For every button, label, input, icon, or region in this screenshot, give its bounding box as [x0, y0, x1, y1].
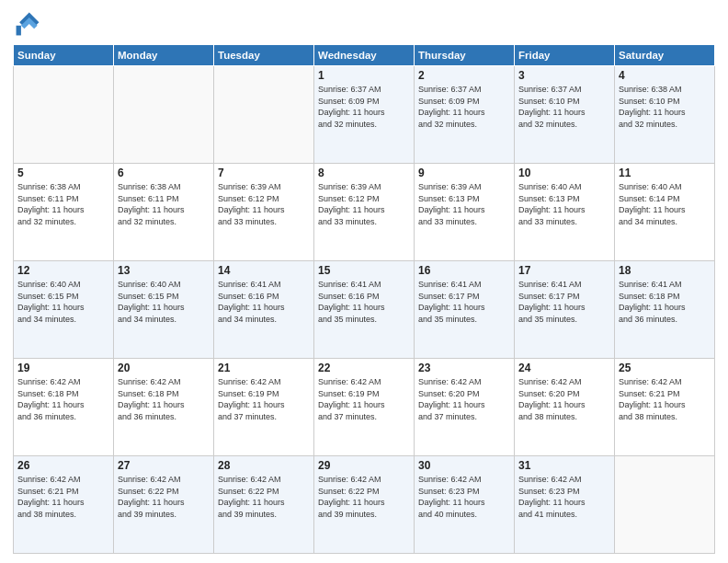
calendar-week-row: 1Sunrise: 6:37 AM Sunset: 6:09 PM Daylig…	[14, 66, 715, 164]
day-info: Sunrise: 6:40 AM Sunset: 6:14 PM Dayligh…	[619, 181, 711, 227]
calendar-cell: 22Sunrise: 6:42 AM Sunset: 6:19 PM Dayli…	[314, 359, 415, 456]
day-number: 28	[218, 459, 310, 472]
calendar-cell: 26Sunrise: 6:42 AM Sunset: 6:21 PM Dayli…	[14, 456, 114, 554]
day-info: Sunrise: 6:37 AM Sunset: 6:09 PM Dayligh…	[318, 84, 410, 130]
calendar-cell	[214, 66, 314, 164]
day-number: 1	[318, 69, 410, 82]
day-number: 24	[518, 362, 610, 374]
calendar-week-row: 5Sunrise: 6:38 AM Sunset: 6:11 PM Daylig…	[14, 164, 715, 261]
calendar-cell: 20Sunrise: 6:42 AM Sunset: 6:18 PM Dayli…	[114, 359, 214, 456]
day-number: 7	[218, 167, 310, 179]
day-of-week-header: Monday	[114, 45, 214, 66]
calendar-header-row: SundayMondayTuesdayWednesdayThursdayFrid…	[14, 45, 715, 66]
day-of-week-header: Thursday	[415, 45, 515, 66]
day-number: 29	[318, 459, 410, 472]
calendar-cell: 9Sunrise: 6:39 AM Sunset: 6:13 PM Daylig…	[415, 164, 515, 261]
day-info: Sunrise: 6:40 AM Sunset: 6:15 PM Dayligh…	[118, 279, 210, 325]
day-number: 3	[518, 69, 610, 82]
calendar-cell: 7Sunrise: 6:39 AM Sunset: 6:12 PM Daylig…	[214, 164, 314, 261]
day-number: 25	[619, 362, 711, 374]
header	[13, 9, 715, 39]
day-number: 18	[619, 264, 711, 277]
day-info: Sunrise: 6:38 AM Sunset: 6:11 PM Dayligh…	[17, 181, 109, 227]
day-info: Sunrise: 6:39 AM Sunset: 6:12 PM Dayligh…	[218, 181, 310, 227]
calendar-cell: 1Sunrise: 6:37 AM Sunset: 6:09 PM Daylig…	[314, 66, 415, 164]
day-info: Sunrise: 6:42 AM Sunset: 6:21 PM Dayligh…	[17, 474, 109, 520]
calendar-cell: 23Sunrise: 6:42 AM Sunset: 6:20 PM Dayli…	[415, 359, 515, 456]
calendar-cell: 16Sunrise: 6:41 AM Sunset: 6:17 PM Dayli…	[415, 261, 515, 359]
calendar-week-row: 12Sunrise: 6:40 AM Sunset: 6:15 PM Dayli…	[14, 261, 715, 359]
calendar-week-row: 26Sunrise: 6:42 AM Sunset: 6:21 PM Dayli…	[14, 456, 715, 554]
day-info: Sunrise: 6:42 AM Sunset: 6:23 PM Dayligh…	[518, 474, 610, 520]
logo	[13, 9, 46, 39]
day-number: 4	[619, 69, 711, 82]
day-info: Sunrise: 6:40 AM Sunset: 6:15 PM Dayligh…	[17, 279, 109, 325]
calendar-cell: 15Sunrise: 6:41 AM Sunset: 6:16 PM Dayli…	[314, 261, 415, 359]
day-info: Sunrise: 6:42 AM Sunset: 6:22 PM Dayligh…	[118, 474, 210, 520]
calendar-cell	[114, 66, 214, 164]
calendar-cell: 14Sunrise: 6:41 AM Sunset: 6:16 PM Dayli…	[214, 261, 314, 359]
day-info: Sunrise: 6:42 AM Sunset: 6:22 PM Dayligh…	[318, 474, 410, 520]
day-info: Sunrise: 6:42 AM Sunset: 6:19 PM Dayligh…	[318, 376, 410, 422]
calendar-cell	[615, 456, 715, 554]
calendar-cell	[14, 66, 114, 164]
day-info: Sunrise: 6:42 AM Sunset: 6:18 PM Dayligh…	[118, 376, 210, 422]
day-number: 14	[218, 264, 310, 277]
day-number: 27	[118, 459, 210, 472]
day-info: Sunrise: 6:40 AM Sunset: 6:13 PM Dayligh…	[518, 181, 610, 227]
day-info: Sunrise: 6:37 AM Sunset: 6:10 PM Dayligh…	[518, 84, 610, 130]
calendar-cell: 4Sunrise: 6:38 AM Sunset: 6:10 PM Daylig…	[615, 66, 715, 164]
day-number: 19	[17, 362, 109, 374]
day-of-week-header: Wednesday	[314, 45, 415, 66]
day-number: 17	[518, 264, 610, 277]
day-number: 31	[518, 459, 610, 472]
calendar-table: SundayMondayTuesdayWednesdayThursdayFrid…	[13, 44, 715, 554]
day-number: 21	[218, 362, 310, 374]
day-number: 11	[619, 167, 711, 179]
calendar-cell: 5Sunrise: 6:38 AM Sunset: 6:11 PM Daylig…	[14, 164, 114, 261]
day-info: Sunrise: 6:42 AM Sunset: 6:23 PM Dayligh…	[418, 474, 510, 520]
day-info: Sunrise: 6:42 AM Sunset: 6:20 PM Dayligh…	[518, 376, 610, 422]
logo-icon	[13, 9, 42, 39]
day-number: 12	[17, 264, 109, 277]
day-number: 9	[418, 167, 510, 179]
day-info: Sunrise: 6:41 AM Sunset: 6:17 PM Dayligh…	[418, 279, 510, 325]
calendar-cell: 29Sunrise: 6:42 AM Sunset: 6:22 PM Dayli…	[314, 456, 415, 554]
calendar-cell: 18Sunrise: 6:41 AM Sunset: 6:18 PM Dayli…	[615, 261, 715, 359]
calendar-cell: 3Sunrise: 6:37 AM Sunset: 6:10 PM Daylig…	[515, 66, 615, 164]
day-number: 13	[118, 264, 210, 277]
day-number: 22	[318, 362, 410, 374]
calendar-cell: 21Sunrise: 6:42 AM Sunset: 6:19 PM Dayli…	[214, 359, 314, 456]
day-info: Sunrise: 6:42 AM Sunset: 6:22 PM Dayligh…	[218, 474, 310, 520]
day-info: Sunrise: 6:42 AM Sunset: 6:19 PM Dayligh…	[218, 376, 310, 422]
calendar-cell: 17Sunrise: 6:41 AM Sunset: 6:17 PM Dayli…	[515, 261, 615, 359]
calendar-cell: 24Sunrise: 6:42 AM Sunset: 6:20 PM Dayli…	[515, 359, 615, 456]
day-number: 2	[418, 69, 510, 82]
day-number: 16	[418, 264, 510, 277]
day-of-week-header: Saturday	[615, 45, 715, 66]
calendar-cell: 11Sunrise: 6:40 AM Sunset: 6:14 PM Dayli…	[615, 164, 715, 261]
calendar-cell: 12Sunrise: 6:40 AM Sunset: 6:15 PM Dayli…	[14, 261, 114, 359]
calendar-cell: 2Sunrise: 6:37 AM Sunset: 6:09 PM Daylig…	[415, 66, 515, 164]
day-info: Sunrise: 6:38 AM Sunset: 6:10 PM Dayligh…	[619, 84, 711, 130]
calendar-cell: 19Sunrise: 6:42 AM Sunset: 6:18 PM Dayli…	[14, 359, 114, 456]
day-info: Sunrise: 6:42 AM Sunset: 6:20 PM Dayligh…	[418, 376, 510, 422]
calendar-cell: 25Sunrise: 6:42 AM Sunset: 6:21 PM Dayli…	[615, 359, 715, 456]
calendar-cell: 6Sunrise: 6:38 AM Sunset: 6:11 PM Daylig…	[114, 164, 214, 261]
calendar-cell: 10Sunrise: 6:40 AM Sunset: 6:13 PM Dayli…	[515, 164, 615, 261]
day-number: 15	[318, 264, 410, 277]
day-info: Sunrise: 6:38 AM Sunset: 6:11 PM Dayligh…	[118, 181, 210, 227]
day-number: 20	[118, 362, 210, 374]
day-number: 23	[418, 362, 510, 374]
day-info: Sunrise: 6:41 AM Sunset: 6:18 PM Dayligh…	[619, 279, 711, 325]
page: SundayMondayTuesdayWednesdayThursdayFrid…	[0, 0, 728, 563]
day-info: Sunrise: 6:41 AM Sunset: 6:16 PM Dayligh…	[318, 279, 410, 325]
day-of-week-header: Sunday	[14, 45, 114, 66]
day-number: 6	[118, 167, 210, 179]
day-of-week-header: Friday	[515, 45, 615, 66]
calendar-cell: 27Sunrise: 6:42 AM Sunset: 6:22 PM Dayli…	[114, 456, 214, 554]
day-number: 26	[17, 459, 109, 472]
day-number: 10	[518, 167, 610, 179]
calendar-week-row: 19Sunrise: 6:42 AM Sunset: 6:18 PM Dayli…	[14, 359, 715, 456]
day-info: Sunrise: 6:42 AM Sunset: 6:21 PM Dayligh…	[619, 376, 711, 422]
